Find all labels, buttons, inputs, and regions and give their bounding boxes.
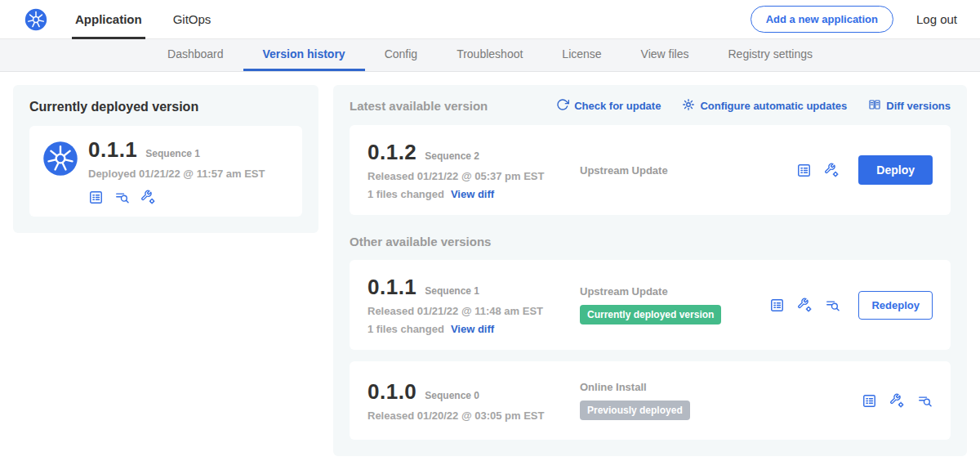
subnav-item-license[interactable]: License xyxy=(542,39,621,71)
view-diff-link[interactable]: View diff xyxy=(451,323,494,335)
kubernetes-logo-icon xyxy=(24,8,47,31)
diff-versions-link[interactable]: Diff versions xyxy=(868,98,951,114)
tab-application[interactable]: Application xyxy=(75,0,142,39)
release-notes-icon[interactable] xyxy=(796,163,812,178)
other-versions-title: Other available versions xyxy=(350,235,951,248)
logout-button[interactable]: Log out xyxy=(916,12,957,26)
release-notes-icon[interactable] xyxy=(862,393,877,409)
check-for-update-link[interactable]: Check for update xyxy=(556,98,661,114)
currently-deployed-panel: Currently deployed version xyxy=(13,85,318,233)
deployed-panel-title: Currently deployed version xyxy=(29,100,302,114)
subnav-item-config[interactable]: Config xyxy=(365,39,437,71)
sequence-label: Sequence 2 xyxy=(425,150,479,162)
check-for-update-label: Check for update xyxy=(574,100,661,112)
released-label: Released 01/21/22 @ 11:48 am EST xyxy=(368,305,573,317)
sequence-label: Sequence 1 xyxy=(425,285,479,297)
edit-config-icon[interactable] xyxy=(797,298,813,313)
diff-versions-label: Diff versions xyxy=(886,100,951,112)
auto-update-gear-icon xyxy=(682,98,695,114)
deploy-button[interactable]: Deploy xyxy=(858,155,933,185)
add-application-button[interactable]: Add a new application xyxy=(751,6,893,33)
view-files-icon[interactable] xyxy=(825,298,840,313)
deployed-date-label: Deployed 01/21/22 @ 11:57 am EST xyxy=(88,168,265,180)
files-changed-label: 1 files changed xyxy=(368,188,444,200)
status-badge-currently-deployed: Currently deployed version xyxy=(580,305,721,324)
edit-config-icon[interactable] xyxy=(889,393,905,409)
refresh-icon xyxy=(556,98,569,114)
subnav-item-view-files[interactable]: View files xyxy=(621,39,709,71)
subnav-item-registry-settings[interactable]: Registry settings xyxy=(709,39,832,71)
released-label: Released 01/20/22 @ 03:05 pm EST xyxy=(368,410,573,422)
subnav-item-version-history[interactable]: Version history xyxy=(243,39,365,71)
deployed-sequence-label: Sequence 1 xyxy=(145,148,200,159)
redeploy-button[interactable]: Redeploy xyxy=(858,291,933,320)
files-changed-label: 1 files changed xyxy=(368,323,444,335)
sequence-label: Sequence 0 xyxy=(425,390,479,401)
release-notes-icon[interactable] xyxy=(88,190,104,205)
view-files-icon[interactable] xyxy=(917,393,933,409)
edit-config-icon[interactable] xyxy=(824,163,840,178)
source-label: Upstream Update xyxy=(580,285,769,298)
available-versions-panel: Latest available version Check for updat… xyxy=(333,85,967,456)
diff-icon xyxy=(868,98,881,114)
status-badge-previously-deployed: Previously deployed xyxy=(580,401,690,420)
version-label: 0.1.1 xyxy=(368,275,416,300)
released-label: Released 01/21/22 @ 05:37 pm EST xyxy=(368,170,573,182)
deployed-version-label: 0.1.1 xyxy=(88,137,137,163)
version-label: 0.1.0 xyxy=(368,379,416,405)
latest-available-title: Latest available version xyxy=(350,99,488,113)
version-card-0-1-0: 0.1.0 Sequence 0 Released 01/20/22 @ 03:… xyxy=(350,361,951,440)
view-files-icon[interactable] xyxy=(114,190,130,205)
version-card-latest: 0.1.2 Sequence 2 Released 01/21/22 @ 05:… xyxy=(350,125,951,215)
version-label: 0.1.2 xyxy=(368,140,416,165)
app-subnav: Dashboard Version history Config Trouble… xyxy=(0,39,980,72)
subnav-item-troubleshoot[interactable]: Troubleshoot xyxy=(437,39,542,71)
version-card-0-1-1: 0.1.1 Sequence 1 Released 01/21/22 @ 11:… xyxy=(350,260,951,350)
view-diff-link[interactable]: View diff xyxy=(451,188,494,200)
deployed-version-card: 0.1.1 Sequence 1 Deployed 01/21/22 @ 11:… xyxy=(29,126,302,217)
configure-auto-updates-link[interactable]: Configure automatic updates xyxy=(682,98,847,114)
subnav-item-dashboard[interactable]: Dashboard xyxy=(148,39,243,71)
app-logo-icon xyxy=(42,141,78,177)
main-content: Currently deployed version xyxy=(0,72,980,461)
edit-config-icon[interactable] xyxy=(140,190,156,205)
source-label: Upstream Update xyxy=(580,164,796,177)
top-bar: Application GitOps Add a new application… xyxy=(0,0,980,39)
release-notes-icon[interactable] xyxy=(769,298,785,313)
tab-gitops[interactable]: GitOps xyxy=(173,0,212,39)
configure-auto-updates-label: Configure automatic updates xyxy=(700,100,847,112)
source-label: Online Install xyxy=(580,381,862,393)
